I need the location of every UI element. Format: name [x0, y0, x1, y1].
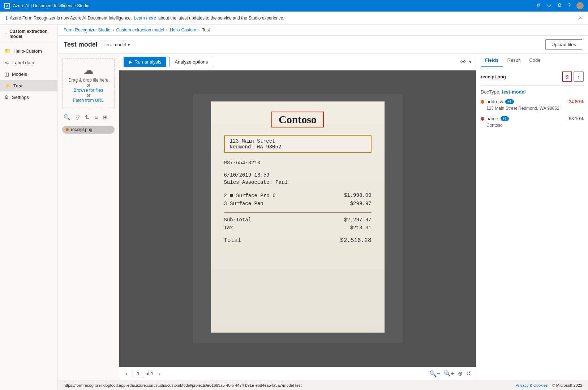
sidebar-header: ≡ Custom extraction model [0, 25, 57, 42]
sidebar-item-label-data[interactable]: 🏷 Label data [0, 57, 57, 68]
center-viewer: Contoso 123 Main Street Redmond, WA 9805… [119, 70, 476, 380]
gear-icon[interactable]: ⚙ [557, 2, 562, 9]
receipt-tax-label: Tax [224, 225, 233, 231]
left-panel: ☁ Drag & drop file here or Browse for fi… [58, 54, 119, 380]
result-actions: ⎘ ↕ [562, 72, 584, 82]
doctype-row: DocType: test-model [481, 89, 584, 95]
tab-result[interactable]: Result [503, 54, 525, 67]
analysis-toolbar: ▶ Run analysis Analyze options 👁 ▾ [119, 54, 476, 70]
zoom-controls: 🔍− 🔍+ ⊕ ↺ [429, 369, 472, 378]
grid-view-icon[interactable]: ⊞ [102, 113, 109, 121]
result-file: receipt.png ⎘ ↕ [481, 72, 584, 86]
run-analysis-label: Run analysis [134, 59, 161, 65]
sidebar-label-label-data: Label data [12, 60, 34, 65]
copy-json-button[interactable]: ⎘ [562, 72, 572, 82]
title-bar-actions: ✉ ☺ ⚙ ? U [536, 2, 584, 9]
filter-icon[interactable]: ▽ [74, 113, 81, 121]
learn-more-link[interactable]: Learn more [134, 16, 156, 21]
receipt-total-label: Total [224, 237, 241, 244]
breadcrumb-sep2: › [166, 27, 168, 32]
receipt-tax-value: $218.31 [350, 225, 372, 231]
receipt-phone: 987-654-3210 [224, 160, 372, 166]
cloud-upload-icon: ☁ [67, 64, 110, 76]
notification-suffix: about the latest updates to the service … [158, 16, 284, 21]
sidebar-item-test[interactable]: ⚡ Test [0, 80, 57, 91]
result-filename: receipt.png [481, 74, 506, 79]
next-page-button[interactable]: › [156, 370, 162, 377]
content-body: ☁ Drag & drop file here or Browse for fi… [58, 54, 588, 380]
upload-files-button[interactable]: Upload files [545, 39, 582, 50]
notification-text: Azure Form Recognizer is now Azure AI Do… [10, 16, 132, 21]
receipt-item1-price: $1,998.00 [344, 192, 372, 199]
zoom-in-button[interactable]: 🔍+ [443, 369, 455, 378]
field-name-badge: +1 [501, 116, 509, 121]
receipt-associate: Sales Associate: Paul [224, 179, 372, 185]
page-input[interactable] [133, 370, 144, 377]
field-name: name +1 58.10% Contoso [481, 116, 584, 128]
file-item[interactable]: receipt.png [62, 126, 115, 134]
breadcrumb-hello-custom[interactable]: Hello-Custom [170, 27, 196, 32]
rotate-button[interactable]: ↺ [465, 369, 472, 378]
viewer-toolbar-icons: 🔍 ▽ ⇅ ≡ ⊞ [62, 113, 115, 121]
right-panel: Fields Result Code receipt.png ⎘ ↕ [476, 54, 588, 380]
sidebar-item-models[interactable]: ◫ Models [0, 68, 57, 80]
fit-button[interactable]: ⊕ [457, 369, 463, 378]
field-address-confidence: 24.80% [569, 99, 584, 104]
tab-fields[interactable]: Fields [481, 54, 503, 67]
title-bar: A Azure AI | Document Intelligence Studi… [0, 0, 588, 12]
privacy-link[interactable]: Privacy & Cookies [515, 383, 548, 387]
page-nav: ‹ of 1 › [124, 370, 162, 377]
or-text: or [67, 93, 110, 98]
notification-close[interactable]: ✕ [579, 16, 582, 21]
field-address-dot [481, 100, 484, 104]
model-selector[interactable]: test-model ▾ [101, 40, 134, 49]
pagination: ‹ of 1 › 🔍− 🔍+ ⊕ ↺ [119, 367, 476, 380]
run-analysis-button[interactable]: ▶ Run analysis [124, 57, 166, 67]
breadcrumb: Form Recognizer Studio › Custom extracti… [58, 25, 588, 36]
field-address-name: address [486, 99, 503, 104]
search-icon[interactable]: 🔍 [62, 113, 72, 121]
field-address-value: 123 Main Street Redmond, WA 98052 [481, 106, 584, 111]
status-url: https://formrecognizer-dogfood.appliedai… [64, 383, 302, 387]
folder-icon: 📁 [4, 48, 10, 54]
breadcrumb-form-recognizer[interactable]: Form Recognizer Studio [64, 27, 110, 32]
browse-files-link[interactable]: Browse for files [73, 88, 103, 93]
receipt-subtotal-value: $2,297.97 [344, 217, 372, 223]
chevron-down-icon[interactable]: ▾ [469, 59, 472, 65]
analyze-options-button[interactable]: Analyze options [169, 57, 213, 67]
viewer-content: Contoso 123 Main Street Redmond, WA 9805… [119, 70, 476, 367]
sidebar-label-hello-custom: Hello-Custom [13, 48, 42, 54]
model-icon: ◫ [4, 71, 9, 77]
field-address-badge: +1 [505, 99, 514, 104]
chevron-down-icon: ▾ [128, 42, 130, 47]
run-icon: ▶ [129, 59, 132, 65]
model-name: test-model [104, 42, 126, 47]
sidebar-item-hello-custom[interactable]: 📁 Hello-Custom [0, 45, 57, 57]
sidebar-toggle[interactable]: ≡ [4, 31, 7, 37]
fetch-url-link[interactable]: Fetch from URL [73, 98, 104, 103]
profile-icon[interactable]: U [576, 2, 584, 9]
download-button[interactable]: ↕ [574, 72, 584, 82]
field-name-value: Contoso [481, 123, 584, 128]
email-icon[interactable]: ✉ [536, 2, 541, 9]
prev-page-button[interactable]: ‹ [124, 370, 130, 377]
field-name-name: name [486, 116, 498, 121]
sort-icon[interactable]: ⇅ [83, 113, 91, 121]
receipt-address-line2: Redmond, WA 98052 [230, 144, 366, 150]
main-layout: ≡ Custom extraction model 📁 Hello-Custom… [0, 25, 588, 390]
list-view-icon[interactable]: ≡ [93, 114, 99, 121]
info-icon: ℹ [6, 15, 8, 21]
receipt-container: Contoso 123 Main Street Redmond, WA 9805… [193, 94, 403, 343]
field-address: address +1 24.80% 123 Main Street Redmon… [481, 99, 584, 111]
sidebar-label-models: Models [12, 72, 27, 77]
zoom-out-button[interactable]: 🔍− [429, 369, 441, 378]
field-address-header: address +1 24.80% [481, 99, 584, 104]
tag-icon: 🏷 [4, 60, 9, 65]
smiley-icon[interactable]: ☺ [546, 2, 551, 9]
upload-area[interactable]: ☁ Drag & drop file here or Browse for fi… [62, 58, 115, 109]
eye-icon[interactable]: 👁 [460, 59, 466, 65]
breadcrumb-custom-extraction[interactable]: Custom extraction model [116, 27, 164, 32]
tab-code[interactable]: Code [525, 54, 545, 67]
help-icon[interactable]: ? [568, 2, 571, 9]
sidebar-item-settings[interactable]: ⚙ Settings [0, 91, 57, 103]
